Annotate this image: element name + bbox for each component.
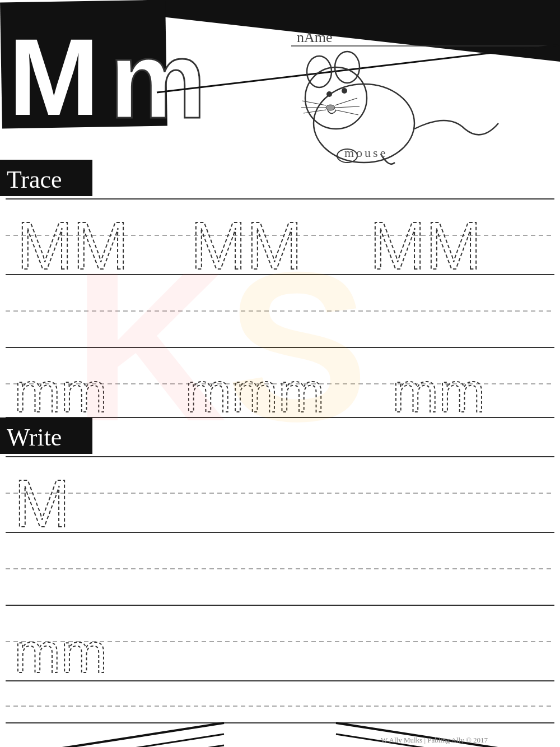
svg-point-9 — [326, 91, 332, 97]
write-label: Write — [7, 424, 62, 451]
trace-label: Trace — [7, 166, 62, 193]
mouse-label: mouse — [344, 146, 388, 160]
svg-point-11 — [326, 105, 335, 110]
dotted-m-group3: mm — [392, 361, 486, 424]
big-letter-m: m — [109, 18, 206, 141]
svg-point-10 — [342, 88, 347, 94]
watermark: KS — [73, 228, 368, 466]
footer-text: W Ally Mulks | Pabling Ally © 2017 — [381, 736, 488, 744]
dotted-M-group3: MM — [370, 208, 482, 283]
write-M-guide: M — [14, 466, 70, 541]
big-letter-M: M — [8, 16, 99, 138]
name-label: nAme — [297, 29, 333, 45]
svg-text:mm: mm — [392, 361, 486, 424]
svg-text:M: M — [14, 466, 70, 541]
write-m-guide: mm — [14, 621, 108, 684]
svg-text:mm: mm — [14, 621, 108, 684]
svg-text:MM: MM — [370, 208, 482, 283]
